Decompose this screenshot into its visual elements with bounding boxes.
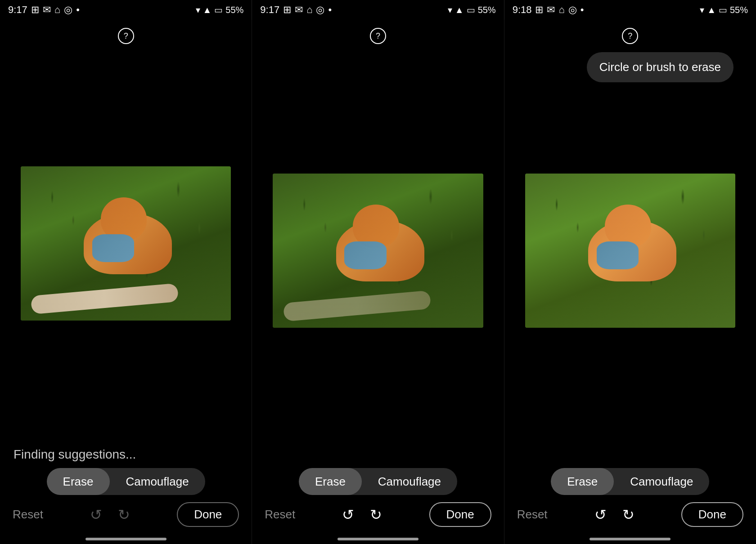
done-button-2[interactable]: Done bbox=[429, 502, 491, 527]
help-row-3: ? bbox=[504, 20, 756, 49]
reset-button-2[interactable]: Reset bbox=[265, 508, 295, 522]
battery-text-1: 55% bbox=[225, 5, 243, 15]
icon-btns-1: ↺ ↻ bbox=[85, 504, 135, 526]
time-1: 9:17 bbox=[8, 4, 27, 16]
dog-harness-3 bbox=[597, 241, 639, 269]
home-icon-2: ⌂ bbox=[306, 4, 312, 16]
home-bar-2 bbox=[338, 538, 418, 540]
status-left-2: 9:17 ⊞ ✉ ⌂ ◎ • bbox=[260, 4, 332, 16]
help-icon-1[interactable]: ? bbox=[118, 28, 134, 44]
dot-icon-2: • bbox=[328, 4, 332, 16]
home-bar-1 bbox=[86, 538, 166, 540]
dog-scene-2 bbox=[273, 174, 483, 328]
photo-3 bbox=[525, 174, 735, 328]
signal-icon-3: ▲ bbox=[707, 5, 716, 15]
location-icon-1: ◎ bbox=[64, 4, 72, 16]
tab-group-3: Erase Camouflage bbox=[551, 468, 709, 495]
photo-container-1 bbox=[0, 49, 252, 438]
wifi-icon-1: ▾ bbox=[196, 4, 200, 15]
home-icon-1: ⌂ bbox=[54, 4, 60, 16]
camouflage-tab-3[interactable]: Camouflage bbox=[614, 468, 709, 495]
tab-group-2: Erase Camouflage bbox=[299, 468, 457, 495]
reset-button-3[interactable]: Reset bbox=[517, 508, 548, 522]
grid-icon-1: ⊞ bbox=[31, 4, 39, 16]
mail-icon-2: ✉ bbox=[295, 4, 303, 16]
camouflage-tab-1[interactable]: Camouflage bbox=[110, 468, 205, 495]
panels-container: ? Finding suggestions... Erase Camouflag… bbox=[0, 20, 756, 544]
status-left-1: 9:17 ⊞ ✉ ⌂ ◎ • bbox=[8, 4, 80, 16]
undo-button-1[interactable]: ↺ bbox=[85, 504, 108, 526]
erase-tab-1[interactable]: Erase bbox=[47, 468, 110, 495]
battery-icon-3: ▭ bbox=[719, 4, 727, 15]
home-bar-3 bbox=[590, 538, 670, 540]
tooltip-3: Circle or brush to erase bbox=[587, 52, 734, 82]
done-button-1[interactable]: Done bbox=[177, 502, 239, 527]
done-button-3[interactable]: Done bbox=[681, 502, 743, 527]
photo-1 bbox=[21, 166, 231, 321]
suggestions-text-2 bbox=[252, 453, 504, 468]
signal-icon-1: ▲ bbox=[203, 5, 212, 15]
battery-icon-2: ▭ bbox=[467, 4, 475, 15]
undo-button-3[interactable]: ↺ bbox=[589, 504, 612, 526]
location-icon-3: ◎ bbox=[568, 4, 577, 16]
dot-icon-1: • bbox=[76, 4, 80, 16]
reset-button-1[interactable]: Reset bbox=[13, 508, 43, 522]
redo-button-2[interactable]: ↻ bbox=[365, 504, 387, 526]
dog-harness-1 bbox=[92, 234, 134, 262]
panel-3: Circle or brush to erase ? Erase Camoufl… bbox=[504, 20, 756, 544]
status-right-3: ▾ ▲ ▭ 55% bbox=[700, 4, 748, 15]
help-icon-2[interactable]: ? bbox=[370, 28, 386, 44]
status-bars-row: 9:17 ⊞ ✉ ⌂ ◎ • ▾ ▲ ▭ 55% 9:17 ⊞ ✉ ⌂ ◎ • … bbox=[0, 0, 756, 20]
home-indicator-2 bbox=[252, 538, 504, 544]
photo-container-3 bbox=[504, 49, 756, 453]
icon-btns-3: ↺ ↻ bbox=[589, 504, 639, 526]
status-right-1: ▾ ▲ ▭ 55% bbox=[196, 4, 244, 15]
suggestions-text-3 bbox=[504, 453, 756, 468]
erase-tab-3[interactable]: Erase bbox=[551, 468, 614, 495]
photo-2 bbox=[273, 174, 483, 328]
status-right-2: ▾ ▲ ▭ 55% bbox=[448, 4, 496, 15]
camouflage-tab-2[interactable]: Camouflage bbox=[362, 468, 457, 495]
photo-container-2 bbox=[252, 49, 504, 453]
time-3: 9:18 bbox=[513, 4, 532, 16]
home-icon-3: ⌂ bbox=[558, 4, 564, 16]
erase-tab-2[interactable]: Erase bbox=[299, 468, 362, 495]
status-left-3: 9:18 ⊞ ✉ ⌂ ◎ • bbox=[513, 4, 584, 16]
panel-2: ? Erase Camouflage Reset ↺ bbox=[252, 20, 504, 544]
suggestions-text-1: Finding suggestions... bbox=[0, 438, 252, 468]
mail-icon-3: ✉ bbox=[547, 4, 555, 16]
location-icon-2: ◎ bbox=[316, 4, 324, 16]
undo-button-2[interactable]: ↺ bbox=[337, 504, 360, 526]
button-bar-1: Erase Camouflage bbox=[0, 468, 252, 502]
grid-icon-2: ⊞ bbox=[283, 4, 291, 16]
home-indicator-1 bbox=[0, 538, 252, 544]
dot-icon-3: • bbox=[580, 4, 584, 16]
status-bar-1: 9:17 ⊞ ✉ ⌂ ◎ • ▾ ▲ ▭ 55% bbox=[0, 0, 252, 20]
battery-icon-1: ▭ bbox=[214, 4, 223, 15]
dog-scene-3 bbox=[525, 174, 735, 328]
time-2: 9:17 bbox=[260, 4, 279, 16]
status-bar-3: 9:18 ⊞ ✉ ⌂ ◎ • ▾ ▲ ▭ 55% bbox=[504, 0, 756, 20]
redo-button-3[interactable]: ↻ bbox=[617, 504, 639, 526]
icon-btns-2: ↺ ↻ bbox=[337, 504, 387, 526]
dog-harness-2 bbox=[344, 241, 386, 269]
battery-text-2: 55% bbox=[478, 5, 496, 15]
help-icon-3[interactable]: ? bbox=[622, 28, 638, 44]
dog-scene-1 bbox=[21, 166, 231, 321]
wifi-icon-3: ▾ bbox=[700, 4, 704, 15]
redo-button-1[interactable]: ↻ bbox=[113, 504, 135, 526]
tab-group-1: Erase Camouflage bbox=[47, 468, 205, 495]
help-row-1: ? bbox=[0, 20, 252, 49]
grid-icon-3: ⊞ bbox=[535, 4, 543, 16]
battery-text-3: 55% bbox=[730, 5, 748, 15]
action-bar-1: Reset ↺ ↻ Done bbox=[0, 502, 252, 538]
panel-1: ? Finding suggestions... Erase Camouflag… bbox=[0, 20, 252, 544]
button-bar-3: Erase Camouflage bbox=[504, 468, 756, 502]
action-bar-2: Reset ↺ ↻ Done bbox=[252, 502, 504, 538]
signal-icon-2: ▲ bbox=[455, 5, 464, 15]
wifi-icon-2: ▾ bbox=[448, 4, 452, 15]
action-bar-3: Reset ↺ ↻ Done bbox=[504, 502, 756, 538]
status-bar-2: 9:17 ⊞ ✉ ⌂ ◎ • ▾ ▲ ▭ 55% bbox=[252, 0, 504, 20]
help-row-2: ? bbox=[252, 20, 504, 49]
home-indicator-3 bbox=[504, 538, 756, 544]
